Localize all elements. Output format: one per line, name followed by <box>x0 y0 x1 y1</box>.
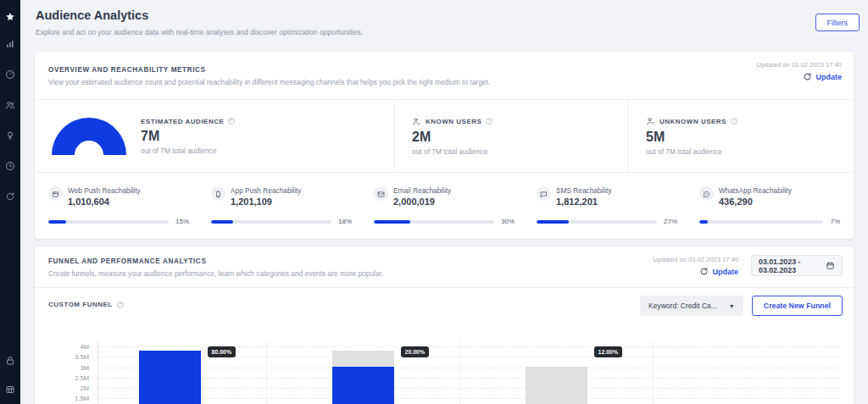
person-question-icon: ? <box>646 117 655 126</box>
reachability-item: SMS Reachability 1,812,201 27% <box>537 186 699 225</box>
sidebar-star-icon[interactable] <box>0 7 20 27</box>
sidebar-idea-icon[interactable] <box>0 125 20 146</box>
sidebar-users-icon[interactable] <box>0 95 20 115</box>
custom-funnel-label: CUSTOM FUNNEL <box>48 301 113 308</box>
help-icon[interactable]: ? <box>731 118 737 125</box>
reachability-item: WhatsApp Reachability 436,290 7% <box>699 186 840 225</box>
funnel-analytics-card: FUNNEL AND PERFORMANCE ANALYTICS Create … <box>34 246 854 404</box>
page-title: Audience Analytics <box>36 8 148 22</box>
reachability-progress: 18% <box>211 218 352 225</box>
known-users-label: KNOWN USERS <box>426 118 481 125</box>
known-users-value: 2M <box>412 130 492 145</box>
reachability-percent: 15% <box>175 218 189 225</box>
gridline <box>97 378 840 379</box>
sidebar-lock-icon[interactable] <box>0 351 20 371</box>
funnel-bar <box>332 367 394 404</box>
y-axis-tick: 1.5M <box>48 395 89 402</box>
overview-card-subtitle: View your estimated audience count and p… <box>48 78 840 86</box>
funnel-updated-timestamp: Updated on 03.02.2023 17:40 <box>654 256 739 263</box>
estimated-audience-label: ESTIMATED AUDIENCE <box>141 118 224 125</box>
svg-text:?: ? <box>231 119 233 124</box>
unknown-users-label: UNKNOWN USERS <box>659 118 726 125</box>
y-axis-tick: 4M <box>48 343 89 351</box>
column-separator <box>266 341 267 404</box>
sidebar-gauge-icon[interactable] <box>0 64 20 85</box>
funnel-update-button[interactable]: Update <box>654 267 739 276</box>
estimated-audience-value: 7M <box>141 129 235 144</box>
metrics-row: ESTIMATED AUDIENCE ? 7M out of 7M total … <box>35 100 854 173</box>
overview-card-header: OVERVIEW AND REACHABILITY METRICS View y… <box>35 52 854 100</box>
gridline <box>97 368 840 368</box>
y-axis-tick: 3.5M <box>48 353 89 361</box>
reachability-label: Web Push Reachability <box>68 186 141 195</box>
gridline <box>97 398 840 399</box>
custom-funnel-toolbar: CUSTOM FUNNEL ? Keyword: Credit Ca... ▼ … <box>35 288 854 333</box>
overview-reachability-card: OVERVIEW AND REACHABILITY METRICS View y… <box>34 51 854 240</box>
reachability-value: 1,812,201 <box>556 196 611 207</box>
funnel-card-header: FUNNEL AND PERFORMANCE ANALYTICS Create … <box>35 246 854 288</box>
reachability-label: SMS Reachability <box>556 186 611 195</box>
help-icon[interactable]: ? <box>228 118 235 125</box>
help-icon[interactable]: ? <box>117 302 124 308</box>
y-axis-tick: 2.5M <box>48 374 89 382</box>
sidebar <box>0 0 20 404</box>
conversion-badge: 12.00% <box>594 346 623 357</box>
progress-fill <box>537 220 569 224</box>
funnel-bar-remainder <box>526 367 587 404</box>
reachability-progress: 7% <box>699 218 840 225</box>
conversion-badge: 20.00% <box>401 346 430 357</box>
reachability-percent: 7% <box>830 218 840 225</box>
unknown-users-sub: out of 7M total audience <box>646 147 737 156</box>
y-axis <box>97 341 98 404</box>
person-check-icon <box>412 117 421 126</box>
date-range-picker[interactable]: 03.01.2023 - 03.02.2023 <box>751 255 843 276</box>
y-axis-tick: 2M <box>48 385 89 392</box>
filters-button[interactable]: Filters <box>815 14 860 31</box>
svg-text:?: ? <box>119 302 121 307</box>
svg-text:?: ? <box>733 119 736 124</box>
reachability-item: Web Push Reachability 1,010,604 15% <box>48 186 211 225</box>
overview-update-label: Update <box>815 73 842 81</box>
y-axis-tick: 3M <box>48 364 89 372</box>
overview-card-title: OVERVIEW AND REACHABILITY METRICS <box>48 66 840 74</box>
refresh-icon <box>803 72 812 81</box>
date-range-value: 03.01.2023 - 03.02.2023 <box>759 257 826 274</box>
sidebar-history-icon[interactable] <box>0 156 20 176</box>
sidebar-bar-chart-icon[interactable] <box>0 34 20 54</box>
reachability-progress: 27% <box>537 218 677 225</box>
sidebar-apps-grid-icon[interactable] <box>0 379 20 400</box>
progress-fill <box>48 220 66 224</box>
unknown-users-value: 5M <box>646 130 737 145</box>
help-icon[interactable]: ? <box>486 118 492 125</box>
reachability-value: 1,201,109 <box>231 196 301 207</box>
funnel-update-label: Update <box>712 268 738 276</box>
audience-gauge <box>52 118 126 155</box>
web-push-icon <box>52 186 59 202</box>
caret-down-icon: ▼ <box>729 303 735 309</box>
main-content: Audience Analytics Explore and act on yo… <box>20 0 868 404</box>
sidebar-sync-icon[interactable] <box>0 186 20 207</box>
reachability-item: App Push Reachability 1,201,109 18% <box>211 186 374 225</box>
sms-icon <box>540 186 548 202</box>
svg-text:?: ? <box>488 119 491 124</box>
refresh-icon <box>699 267 709 276</box>
column-separator <box>653 341 654 404</box>
progress-fill <box>699 220 708 224</box>
overview-update-button[interactable]: Update <box>757 72 843 81</box>
email-icon <box>377 186 385 202</box>
svg-text:?: ? <box>652 120 654 125</box>
keyword-dropdown[interactable]: Keyword: Credit Ca... ▼ <box>640 296 743 316</box>
create-new-funnel-button[interactable]: Create New Funnel <box>752 296 843 316</box>
gridline <box>97 388 840 389</box>
known-users-sub: out of 7M total audience <box>412 147 492 156</box>
reachability-value: 1,010,604 <box>68 196 141 207</box>
reachability-label: App Push Reachability <box>231 186 301 195</box>
reachability-label: Email Reachability <box>393 186 451 195</box>
known-users-metric: KNOWN USERS ? 2M out of 7M total audienc… <box>395 100 629 172</box>
progress-fill <box>374 220 410 224</box>
keyword-dropdown-value: Keyword: Credit Ca... <box>648 302 717 310</box>
reachability-row: Web Push Reachability 1,010,604 15% App … <box>35 173 854 225</box>
whatsapp-icon <box>703 186 710 202</box>
estimated-audience-sub: out of 7M total audience <box>141 147 235 155</box>
overview-updated-timestamp: Updated on 03.02.2023 17:40 <box>757 61 843 69</box>
